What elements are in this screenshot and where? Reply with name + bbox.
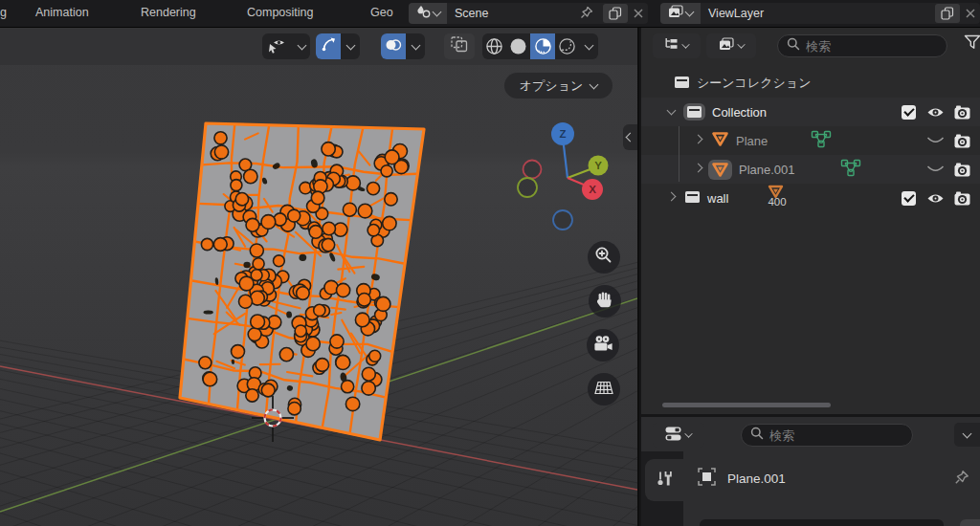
scene-selector: Scene	[409, 3, 648, 24]
workspace-tab-geometry-nodes[interactable]: Geo	[370, 0, 393, 26]
tab-modifier-properties[interactable]	[645, 459, 683, 501]
svg-text:Z: Z	[559, 128, 566, 140]
properties-editor-type-button[interactable]	[653, 423, 704, 448]
row-scene-collection[interactable]: シーンコレクション	[641, 69, 980, 98]
chevron-down-icon	[685, 8, 695, 17]
plane-label: Plane	[736, 134, 768, 148]
gizmo-dropdown[interactable]	[341, 33, 360, 59]
add-modifier-dropdown[interactable]	[700, 519, 944, 526]
expand-chevron-icon[interactable]	[667, 106, 677, 116]
geometry-nodes-icon	[810, 130, 833, 151]
shading-mode-group	[482, 33, 598, 59]
new-viewlayer-button[interactable]	[935, 4, 960, 23]
viewlayer-name[interactable]: ViewLayer	[701, 3, 934, 24]
collection-icon	[674, 76, 690, 92]
row-collection[interactable]: Collection	[641, 98, 980, 126]
workspace-tab-compositing[interactable]: Compositing	[247, 0, 313, 26]
collapsed-chevron-icon[interactable]	[694, 164, 703, 173]
wall-object-count-badge: 400	[765, 185, 793, 211]
scene-browse-button[interactable]	[409, 3, 447, 24]
shading-solid-button[interactable]	[506, 33, 530, 59]
collapsed-chevron-icon[interactable]	[694, 135, 703, 144]
collection-checkbox[interactable]	[902, 105, 916, 120]
outliner-display-mode-button[interactable]	[706, 33, 756, 58]
eye-icon[interactable]	[926, 106, 945, 119]
mesh-icon-active	[708, 160, 732, 180]
search-icon	[787, 37, 800, 55]
camera-icon[interactable]	[953, 191, 971, 206]
3d-viewport[interactable]: ZYX	[0, 27, 637, 526]
camera-icon[interactable]	[953, 163, 971, 177]
properties-search-input[interactable]	[769, 428, 903, 443]
overlays-dropdown[interactable]	[406, 33, 425, 59]
collection-icon	[683, 103, 705, 121]
chevron-down-icon	[293, 33, 310, 59]
pan-button[interactable]	[589, 285, 621, 318]
sidebar-collapse-arrow[interactable]	[623, 124, 637, 150]
options-button[interactable]: オプション	[504, 73, 612, 99]
close-icon[interactable]	[629, 3, 648, 24]
pin-icon[interactable]	[953, 469, 970, 490]
filter-icon[interactable]	[964, 34, 980, 55]
show-overlays-group	[381, 33, 425, 59]
properties-options-dropdown[interactable]	[954, 423, 980, 447]
row-plane-001[interactable]: Plane.001	[641, 155, 980, 184]
outliner-horizontal-scrollbar[interactable]	[662, 403, 831, 407]
right-panel: シーンコレクション Collection	[637, 27, 980, 526]
chevron-down-icon	[684, 429, 692, 437]
camera-icon[interactable]	[953, 105, 971, 120]
camera-view-button[interactable]	[587, 329, 619, 362]
row-plane[interactable]: Plane	[641, 126, 980, 155]
eye-cursor-icon	[262, 33, 293, 59]
gizmo-icon	[321, 36, 337, 56]
scene-icon	[416, 5, 431, 22]
eye-closed-icon[interactable]	[926, 136, 945, 145]
eye-closed-icon[interactable]	[926, 164, 945, 174]
shading-dropdown[interactable]	[579, 33, 598, 59]
tree-guide-line	[679, 126, 679, 182]
workspace-tab-partial[interactable]: g	[0, 0, 7, 26]
plane-001-label: Plane.001	[739, 163, 795, 177]
grid-dome-icon	[593, 380, 614, 400]
zoom-button[interactable]	[588, 241, 620, 274]
wall-checkbox[interactable]	[902, 191, 916, 206]
workspace-tab-animation[interactable]: Animation	[35, 0, 89, 26]
outliner-editor: シーンコレクション Collection	[641, 27, 980, 414]
camera-icon[interactable]	[953, 134, 971, 148]
viewlayer-browse-button[interactable]	[660, 3, 701, 24]
viewport-canvas[interactable]: ZYX	[0, 27, 637, 526]
scene-name[interactable]: Scene	[447, 3, 602, 24]
show-overlays-button[interactable]	[381, 33, 406, 59]
workspace-tab-rendering[interactable]: Rendering	[141, 0, 196, 26]
shading-wireframe-button[interactable]	[482, 33, 506, 59]
outliner-search[interactable]	[777, 34, 947, 57]
collapsed-chevron-icon[interactable]	[667, 192, 677, 202]
overlays-icon	[385, 37, 402, 56]
object-icon	[697, 467, 717, 491]
object-visibility-dropdown[interactable]	[262, 33, 310, 59]
properties-search[interactable]	[741, 424, 913, 447]
new-scene-button[interactable]	[603, 4, 628, 23]
show-gizmo-group	[316, 33, 360, 59]
chevron-down-icon	[681, 40, 689, 48]
modifier-extras-button[interactable]	[960, 519, 980, 526]
perspective-toggle-button[interactable]	[588, 373, 620, 405]
breadcrumb-object-name[interactable]: Plane.001	[727, 471, 786, 486]
row-wall[interactable]: wall 400	[641, 184, 980, 212]
outliner-search-input[interactable]	[806, 39, 938, 54]
show-gizmo-button[interactable]	[316, 33, 341, 59]
eye-icon[interactable]	[926, 192, 945, 205]
viewlayer-stack-icon	[719, 37, 734, 55]
pin-icon[interactable]	[579, 5, 594, 23]
shading-material-preview-button[interactable]	[530, 33, 555, 59]
toggle-xray-button[interactable]	[444, 33, 475, 59]
mesh-icon	[711, 131, 729, 150]
outliner-editor-type-button[interactable]	[653, 33, 701, 58]
svg-text:X: X	[589, 184, 596, 195]
movie-camera-icon	[592, 335, 613, 357]
xray-icon	[451, 36, 468, 56]
outliner-tree-icon	[664, 37, 679, 55]
shading-rendered-button[interactable]	[555, 33, 579, 59]
close-icon[interactable]	[961, 3, 980, 24]
viewlayer-selector: ViewLayer	[660, 3, 980, 24]
